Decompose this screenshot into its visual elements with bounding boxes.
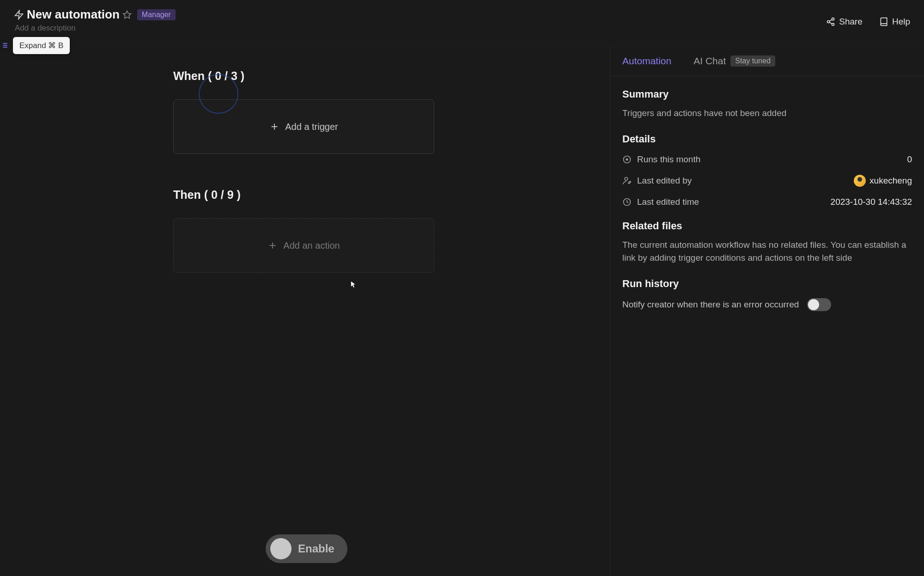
svg-point-3 bbox=[827, 21, 830, 23]
target-icon bbox=[622, 155, 632, 164]
add-trigger-label: Add a trigger bbox=[285, 122, 338, 132]
share-label: Share bbox=[839, 17, 863, 27]
tab-ai-chat-badge: Stay tuned bbox=[730, 55, 775, 67]
editor-label: Last edited by bbox=[637, 176, 692, 186]
svg-point-4 bbox=[832, 23, 834, 25]
svg-point-16 bbox=[625, 177, 628, 180]
notify-toggle-knob bbox=[808, 299, 819, 310]
svg-point-15 bbox=[626, 159, 627, 160]
enable-knob bbox=[270, 538, 292, 559]
details-section: Details Runs this month 0 Last edited by bbox=[622, 133, 912, 207]
main-layout: When ( 0 / 3 ) Add a trigger Then ( 0 / … bbox=[0, 46, 924, 576]
help-label: Help bbox=[892, 17, 910, 27]
side-panel: Automation AI Chat Stay tuned Summary Tr… bbox=[610, 46, 924, 576]
add-action-label: Add an action bbox=[283, 240, 340, 251]
svg-line-5 bbox=[829, 19, 832, 21]
expand-tooltip: Expand ⌘ B bbox=[13, 37, 70, 54]
editor-value: xukecheng bbox=[869, 176, 912, 186]
cursor-icon bbox=[349, 280, 359, 289]
notify-row: Notify creator when there is an error oc… bbox=[622, 298, 912, 311]
enable-label: Enable bbox=[298, 542, 334, 555]
summary-heading: Summary bbox=[622, 88, 912, 100]
tab-ai-chat-label: AI Chat bbox=[693, 55, 726, 67]
share-button[interactable]: Share bbox=[826, 17, 863, 27]
runs-value: 0 bbox=[907, 154, 912, 165]
then-section-title: Then ( 0 / 9 ) bbox=[173, 188, 610, 202]
user-edit-icon bbox=[622, 176, 632, 185]
detail-runs: Runs this month 0 bbox=[622, 154, 912, 165]
panel-tabs: Automation AI Chat Stay tuned bbox=[610, 46, 924, 76]
bolt-icon bbox=[14, 10, 24, 20]
svg-marker-0 bbox=[15, 10, 23, 18]
canvas: When ( 0 / 3 ) Add a trigger Then ( 0 / … bbox=[0, 46, 610, 576]
help-button[interactable]: Help bbox=[879, 17, 910, 27]
related-files-section: Related files The current automation wor… bbox=[622, 220, 912, 265]
notify-label: Notify creator when there is an error oc… bbox=[622, 300, 799, 310]
header-left: New automation Manager Add a description bbox=[14, 7, 176, 33]
tab-automation[interactable]: Automation bbox=[622, 55, 671, 67]
notify-toggle[interactable] bbox=[807, 298, 831, 311]
title-row: New automation Manager bbox=[14, 7, 176, 22]
header-right: Share Help bbox=[826, 7, 910, 27]
detail-editor: Last edited by xukecheng bbox=[622, 175, 912, 187]
header: New automation Manager Add a description… bbox=[0, 0, 924, 46]
add-action-button[interactable]: Add an action bbox=[173, 218, 434, 273]
star-icon[interactable] bbox=[122, 10, 132, 19]
description-input[interactable]: Add a description bbox=[15, 24, 176, 33]
time-label: Last edited time bbox=[637, 197, 699, 207]
detail-time: Last edited time 2023-10-30 14:43:32 bbox=[622, 197, 912, 207]
svg-point-2 bbox=[832, 18, 834, 20]
svg-line-6 bbox=[829, 22, 832, 24]
summary-section: Summary Triggers and actions have not be… bbox=[622, 88, 912, 120]
tab-ai-chat[interactable]: AI Chat Stay tuned bbox=[693, 55, 775, 67]
time-value: 2023-10-30 14:43:32 bbox=[831, 197, 912, 207]
summary-text: Triggers and actions have not been added bbox=[622, 107, 912, 120]
enable-toggle[interactable]: Enable bbox=[266, 534, 347, 563]
run-history-heading: Run history bbox=[622, 278, 912, 290]
ripple-indicator bbox=[199, 74, 238, 114]
editor-value-cell: xukecheng bbox=[854, 175, 912, 187]
role-badge: Manager bbox=[137, 9, 176, 20]
svg-marker-1 bbox=[123, 11, 131, 18]
panel-body: Summary Triggers and actions have not be… bbox=[610, 76, 924, 323]
details-heading: Details bbox=[622, 133, 912, 145]
avatar bbox=[854, 175, 866, 187]
when-section-title: When ( 0 / 3 ) bbox=[173, 69, 610, 83]
clock-icon bbox=[622, 197, 632, 207]
related-files-text: The current automation workflow has no r… bbox=[622, 239, 912, 265]
page-title[interactable]: New automation bbox=[27, 7, 120, 22]
runs-label: Runs this month bbox=[637, 154, 700, 165]
run-history-section: Run history Notify creator when there is… bbox=[622, 278, 912, 311]
related-files-heading: Related files bbox=[622, 220, 912, 232]
